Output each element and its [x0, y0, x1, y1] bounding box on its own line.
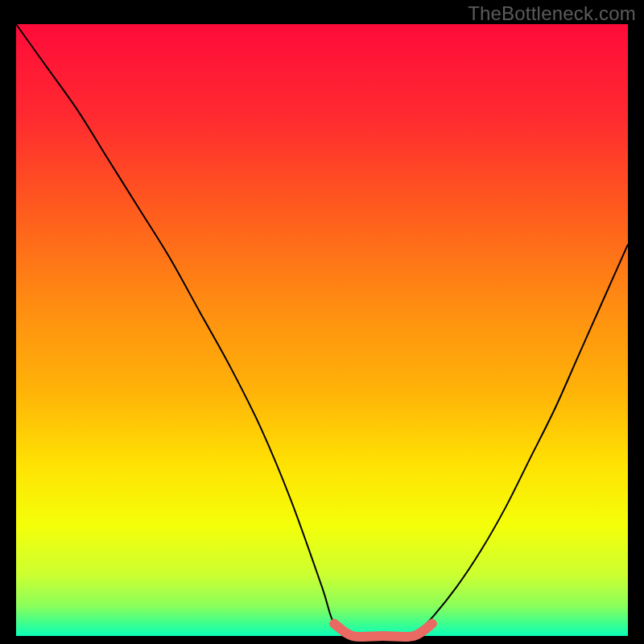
chart-frame: TheBottleneck.com [0, 0, 644, 644]
plot-background [16, 24, 628, 636]
watermark-text: TheBottleneck.com [468, 2, 636, 25]
bottleneck-chart [0, 0, 644, 644]
